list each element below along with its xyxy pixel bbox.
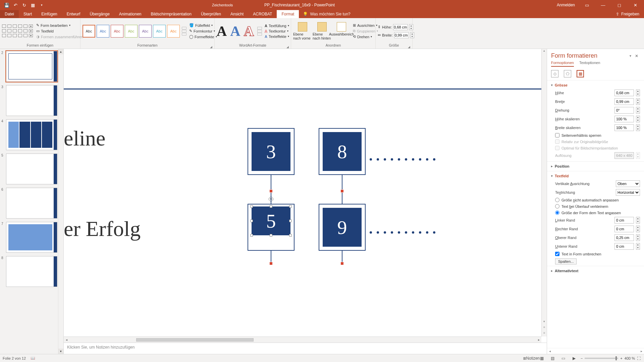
selection-handle[interactable] [289, 220, 292, 222]
fit-to-window-icon[interactable]: ⛶ [637, 356, 641, 360]
pane-scale-height-input[interactable] [614, 116, 634, 122]
connector-handle[interactable] [340, 189, 344, 193]
horizontal-scrollbar[interactable]: ◂ ▸ [64, 337, 541, 343]
section-position[interactable]: ▸Position [551, 163, 640, 170]
tab-format[interactable]: Format [277, 10, 299, 18]
style-gallery-more[interactable] [182, 25, 186, 38]
spellcheck-icon[interactable]: 📖 [31, 356, 35, 360]
zoom-out-icon[interactable]: − [581, 356, 583, 360]
thumbnail-scrollbar[interactable]: ▴ ▾ [58, 49, 63, 354]
textbox-button[interactable]: ▭Textfeld [36, 29, 86, 33]
spinner[interactable]: ▴▾ [636, 226, 640, 232]
vertical-scrollbar[interactable]: ▴ ▾ ≡ ≡ [541, 49, 547, 337]
selection-handle[interactable] [250, 234, 253, 237]
spinner[interactable]: ▴▾ [636, 124, 640, 131]
margin-top-input[interactable] [614, 234, 634, 241]
tab-review[interactable]: Überprüfen [196, 10, 226, 18]
spinner[interactable]: ▴▾ [409, 24, 413, 30]
tab-start[interactable]: Start [19, 10, 37, 18]
text-outline-button[interactable]: ATextkontur▾ [265, 29, 289, 33]
lock-aspect-checkbox[interactable] [555, 133, 559, 137]
wrap-text-checkbox[interactable] [555, 252, 559, 256]
notes-pane[interactable]: Klicken Sie, um Notizen hinzuzufügen [64, 343, 547, 354]
height-control[interactable]: ⇕ Höhe: ▴▾ [378, 24, 414, 30]
thumbnail-5[interactable]: 5 [1, 154, 57, 184]
tell-me[interactable]: 💡 Was möchten Sie tun? [299, 10, 350, 18]
pane-close-icon[interactable]: ✕ [633, 54, 640, 58]
shape-box-9[interactable]: 9 [323, 208, 362, 247]
selection-handle[interactable] [289, 234, 292, 237]
spinner[interactable]: ▴▾ [636, 116, 640, 122]
tab-slideshow[interactable]: Bildschirmpräsentation [146, 10, 196, 18]
selection-handle[interactable] [270, 234, 272, 237]
group-button[interactable]: ⧉Gruppieren▾ [353, 29, 378, 33]
tab-transitions[interactable]: Übergänge [85, 10, 114, 18]
pane-rotation-input[interactable] [614, 107, 634, 114]
section-alt-text[interactable]: ▸Alternativtext [551, 267, 640, 274]
pane-horizontal-scrollbar[interactable]: ◂▸ [547, 348, 644, 354]
redo-icon[interactable]: ↻ [20, 1, 28, 9]
spinner[interactable]: ▴▾ [636, 243, 640, 250]
selection-handle[interactable] [250, 220, 253, 222]
spinner[interactable]: ▴▾ [636, 217, 640, 224]
spinner[interactable]: ▴▾ [636, 234, 640, 241]
dialog-launcher-icon[interactable]: ◢ [408, 45, 410, 49]
selection-pane-button[interactable]: Auswahlbereich [332, 22, 351, 40]
vertical-align-select[interactable]: Oben [616, 180, 640, 187]
shape-fill-button[interactable]: 🪣Fülleffekt▾ [189, 23, 217, 27]
slideshow-view-icon[interactable]: ▶ [570, 355, 579, 362]
pane-scale-width-input[interactable] [614, 124, 634, 131]
spinner[interactable]: ▴▾ [636, 89, 640, 96]
connector-handle[interactable] [269, 262, 273, 265]
wordart-gallery[interactable]: A A A [217, 24, 262, 38]
qat-customize-icon[interactable]: ▾ [38, 1, 46, 9]
normal-view-icon[interactable]: ▦ [538, 355, 546, 362]
minimize-icon[interactable]: — [596, 0, 610, 10]
dialog-launcher-icon[interactable]: ◢ [210, 45, 212, 49]
shape-outline-button[interactable]: ✎Formkontur▾ [189, 29, 217, 33]
shape-box-8[interactable]: 8 [323, 132, 362, 171]
notes-toggle[interactable]: ≣ Notizen [527, 355, 536, 362]
sorter-view-icon[interactable]: ▤ [548, 355, 557, 362]
connector-handle[interactable] [269, 189, 273, 193]
spinner[interactable]: ▴▾ [636, 107, 640, 114]
sign-in-link[interactable]: Anmelden [553, 3, 578, 7]
selection-handle[interactable] [270, 205, 272, 208]
tab-animations[interactable]: Animationen [114, 10, 146, 18]
tab-file[interactable]: Datei [0, 10, 19, 18]
shape-style-gallery[interactable]: Abc Abc Abc Abc Abc Abc Abc [83, 25, 186, 38]
zoom-level[interactable]: 400 % [625, 356, 635, 360]
width-control[interactable]: ⇔ Breite: ▴▾ [378, 32, 414, 38]
shape-effects-button[interactable]: ◯Formeffekte▾ [189, 35, 217, 39]
reading-view-icon[interactable]: ▭ [559, 355, 568, 362]
margin-left-input[interactable] [614, 217, 634, 224]
height-input[interactable] [393, 24, 408, 30]
selection-handle[interactable] [289, 205, 292, 208]
thumbnail-2[interactable]: 2 [1, 51, 57, 82]
slide-canvas[interactable]: eline er Erfolg 3 8 5 ⟲ [64, 49, 547, 343]
section-size[interactable]: ▾Grösse [551, 82, 640, 88]
fill-line-icon[interactable]: ◇ [551, 70, 558, 77]
margin-bottom-input[interactable] [614, 243, 634, 250]
bring-forward-button[interactable]: Ebene nach vorne [293, 22, 312, 40]
save-icon[interactable]: 💾 [3, 1, 11, 9]
send-backward-button[interactable]: Ebene nach hinten [313, 22, 331, 40]
zoom-in-icon[interactable]: + [620, 356, 622, 360]
text-effects-button[interactable]: ATexteffekte▾ [265, 35, 289, 39]
pane-height-input[interactable] [614, 89, 634, 96]
share-button[interactable]: ⇪ Freigeben [611, 10, 644, 18]
shape-box-5-selected[interactable]: 5 [252, 206, 290, 235]
merge-shapes-button[interactable]: ◑Formen zusammenführen▾ [36, 35, 86, 39]
rotate-button[interactable]: ⟲Drehen▾ [353, 35, 378, 39]
zoom-slider[interactable] [585, 358, 618, 359]
tab-insert[interactable]: Einfügen [37, 10, 62, 18]
pane-tab-shape-options[interactable]: Formoptionen [551, 61, 574, 67]
thumbnail-3[interactable]: 3 [1, 85, 57, 116]
pane-dropdown-icon[interactable]: ▼ [628, 53, 633, 59]
ribbon-display-options-icon[interactable]: ▭ [580, 0, 594, 10]
columns-button[interactable]: Spalten... [555, 258, 577, 264]
thumbnail-4[interactable]: 4 [1, 119, 57, 150]
tab-acrobat[interactable]: ACROBAT [248, 10, 277, 18]
maximize-icon[interactable]: ◻ [612, 0, 627, 10]
spinner[interactable]: ▴▾ [410, 32, 414, 38]
